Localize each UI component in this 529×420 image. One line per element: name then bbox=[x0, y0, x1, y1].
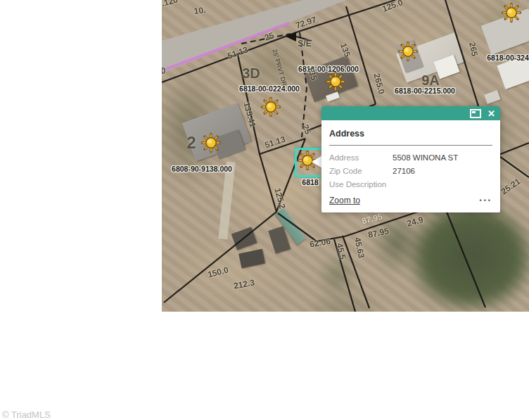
parcel-id-label: 6818-00-2215.000 bbox=[395, 87, 455, 95]
dimension-label: 87.95 bbox=[361, 212, 383, 226]
dimension-label: 212.3 bbox=[233, 278, 255, 290]
field-label: Use Description bbox=[329, 180, 393, 189]
field-value: 5508 WINONA ST bbox=[393, 153, 458, 162]
sun-marker[interactable] bbox=[397, 41, 419, 62]
dimension-label: 87.95 bbox=[367, 227, 390, 239]
popup-menu-ellipsis-icon[interactable]: ••• bbox=[480, 197, 492, 204]
dimension-label: 265.0 bbox=[372, 72, 385, 95]
parcel-id-label: 6818 bbox=[302, 179, 318, 186]
dimension-label: 24.9 bbox=[406, 215, 424, 228]
triadmls-watermark: © TriadMLS bbox=[2, 409, 51, 420]
dimension-label: 10. bbox=[193, 6, 206, 15]
popup-field-row: Address 5508 WINONA ST bbox=[329, 153, 492, 162]
dock-icon[interactable] bbox=[470, 109, 481, 118]
dimension-label: 265 bbox=[468, 42, 479, 57]
dimension-label: 150.0 bbox=[207, 266, 229, 279]
dimension-label: 0 bbox=[162, 67, 165, 75]
dimension-label: 135.41 bbox=[242, 101, 257, 129]
popup-header: ✕ bbox=[321, 106, 500, 120]
popup-field-row: Zip Code 27106 bbox=[329, 167, 492, 175]
sun-marker[interactable] bbox=[501, 2, 522, 23]
sun-marker[interactable] bbox=[325, 71, 346, 92]
dimension-label: 25' PRVT DR bbox=[271, 49, 288, 87]
field-value: 27106 bbox=[393, 167, 415, 175]
zone-label: 3D bbox=[242, 66, 260, 80]
field-label: Zip Code bbox=[329, 167, 393, 175]
parcel-id-label: 6808-90-9138.000 bbox=[172, 165, 232, 173]
parcel-id-label: 6818-00-0224.000 bbox=[239, 85, 300, 93]
dimension-label: 51.13 bbox=[227, 45, 249, 61]
dimension-label: 25.21 bbox=[499, 177, 521, 196]
zone-label: 9A bbox=[421, 73, 440, 87]
dimension-label: 125.2 bbox=[273, 187, 286, 210]
sun-marker[interactable] bbox=[260, 96, 281, 117]
popup-title: Address bbox=[329, 129, 492, 139]
dimension-label: 135 bbox=[339, 42, 352, 58]
zoom-to-link[interactable]: Zoom to bbox=[329, 196, 360, 205]
zone-label: 2 bbox=[186, 134, 196, 151]
popup-field-row: Use Description bbox=[329, 180, 492, 189]
parcel-id-label: 6818-00-324 bbox=[487, 54, 529, 62]
popup-divider bbox=[329, 145, 492, 146]
dimension-label: 62.06 bbox=[309, 236, 331, 248]
close-icon[interactable]: ✕ bbox=[487, 109, 495, 118]
sun-marker[interactable] bbox=[200, 132, 222, 153]
feature-popup: ✕ Address Address 5508 WINONA ST Zip Cod… bbox=[321, 106, 500, 212]
dimension-label: 51.13 bbox=[264, 135, 286, 150]
popup-pointer bbox=[312, 155, 322, 168]
dimension-label: 0.120 bbox=[162, 0, 179, 9]
dimension-label: 45.5 bbox=[336, 242, 348, 260]
screenshot-stage: 23D9A6818-00-1206.0006818-00-0224.000681… bbox=[0, 0, 529, 420]
dimension-label: 25 bbox=[301, 124, 312, 136]
dimension-label: 25 bbox=[264, 31, 276, 42]
dimension-label: 72.97 bbox=[295, 15, 317, 30]
dimension-label: S/E bbox=[298, 39, 311, 48]
dimension-label: 45.63 bbox=[353, 236, 366, 259]
field-label: Address bbox=[329, 153, 393, 162]
dimension-label: 125.0 bbox=[381, 0, 404, 13]
